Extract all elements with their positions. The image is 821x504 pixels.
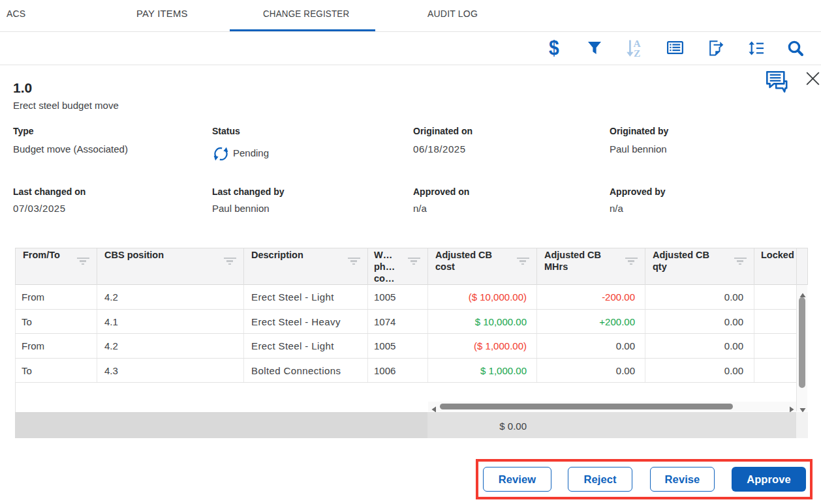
svg-text:Z: Z <box>634 48 640 57</box>
